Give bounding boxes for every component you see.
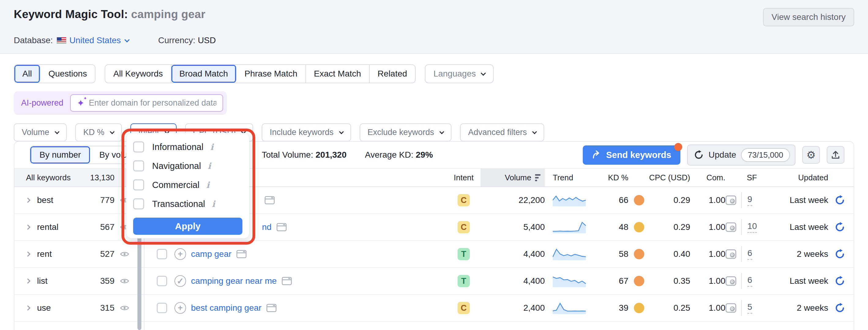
col-sf[interactable]: SF — [725, 169, 768, 186]
trend-sparkline — [545, 247, 588, 261]
serp-preview-icon[interactable] — [725, 276, 736, 286]
intent-option-informational[interactable]: Informational i — [133, 138, 242, 156]
total-volume-value: 201,320 — [315, 150, 346, 159]
export-button[interactable] — [827, 146, 844, 164]
tab-all[interactable]: All — [14, 65, 40, 83]
serp-preview-icon[interactable] — [725, 195, 736, 205]
sf-value[interactable]: 10 — [747, 221, 757, 233]
tab-related[interactable]: Related — [370, 65, 415, 83]
filter-volume[interactable]: Volume — [14, 123, 67, 142]
total-volume-label: Total Volume: — [262, 150, 313, 159]
domain-input[interactable] — [89, 98, 216, 108]
sf-value[interactable]: 9 — [747, 194, 752, 206]
keyword-link[interactable]: camping gear near me — [191, 276, 277, 286]
info-icon[interactable]: i — [210, 142, 214, 152]
intent-option-navigational[interactable]: Navigational i — [133, 156, 242, 175]
volume-value: 22,200 — [480, 195, 545, 205]
intent-option-transactional[interactable]: Transactional i — [133, 194, 242, 213]
serp-features-icon[interactable] — [236, 250, 247, 258]
database-label: Database: — [14, 35, 53, 45]
intent-option-commercial[interactable]: Commercial i — [133, 175, 242, 194]
info-icon[interactable]: i — [206, 180, 210, 190]
database-selector[interactable]: United States — [69, 35, 129, 45]
filter-include-keywords[interactable]: Include keywords — [262, 123, 351, 142]
serp-features-icon[interactable] — [266, 304, 277, 312]
group-row-best[interactable]: best779 — [14, 187, 144, 214]
add-keyword-icon[interactable]: + — [175, 248, 186, 260]
com-value: 1.00 — [690, 276, 725, 286]
group-row-use[interactable]: use315 — [14, 295, 144, 322]
intent-badge: T — [458, 248, 470, 260]
filter-exclude-keywords[interactable]: Exclude keywords — [360, 123, 452, 142]
tab-phrase-match[interactable]: Phrase Match — [237, 65, 306, 83]
refresh-metrics-button[interactable] — [828, 195, 845, 205]
sf-value[interactable]: 6 — [747, 248, 752, 260]
col-intent[interactable]: Intent — [447, 169, 480, 186]
row-checkbox[interactable] — [157, 303, 167, 313]
match-tabs-row: All Questions All Keywords Broad Match P… — [0, 54, 868, 83]
eye-icon[interactable] — [120, 305, 129, 311]
intent-checkbox[interactable] — [133, 198, 144, 209]
add-keyword-icon[interactable]: + — [175, 302, 186, 314]
eye-icon[interactable] — [120, 251, 129, 258]
com-value: 1.00 — [690, 222, 725, 232]
group-row-rent[interactable]: rent527 — [14, 241, 144, 268]
keyword-link[interactable]: best camping gear — [191, 303, 261, 313]
filter-advanced[interactable]: Advanced filters — [460, 123, 544, 142]
intent-checkbox[interactable] — [133, 179, 144, 190]
languages-dropdown[interactable]: Languages — [425, 64, 494, 83]
serp-features-icon[interactable] — [282, 277, 292, 285]
kd-dot — [634, 222, 644, 232]
toggle-by-number[interactable]: By number — [30, 146, 90, 163]
kd-value: 48 — [619, 222, 628, 232]
added-keyword-icon[interactable]: ✓ — [175, 275, 186, 287]
eye-icon[interactable] — [120, 278, 129, 284]
serp-features-icon[interactable] — [276, 223, 287, 232]
col-updated[interactable]: Updated — [768, 169, 828, 186]
row-checkbox[interactable] — [157, 276, 167, 286]
send-keywords-button[interactable]: Send keywords — [583, 145, 680, 165]
tab-questions[interactable]: Questions — [40, 65, 95, 83]
group-row-list[interactable]: list359 — [14, 268, 144, 295]
apply-button[interactable]: Apply — [133, 218, 242, 235]
kd-value: 66 — [619, 195, 628, 205]
col-trend[interactable]: Trend — [545, 169, 588, 186]
serp-features-icon[interactable] — [265, 196, 275, 205]
col-volume[interactable]: Volume — [480, 169, 545, 186]
divider — [741, 192, 742, 208]
intent-checkbox[interactable] — [133, 142, 144, 152]
info-icon[interactable]: i — [208, 161, 211, 171]
tab-all-keywords[interactable]: All Keywords — [105, 65, 172, 83]
currency-value: USD — [198, 35, 216, 45]
page-header: Keyword Magic Tool:camping gear View sea… — [0, 0, 868, 54]
col-cpc[interactable]: CPC (USD) — [644, 169, 690, 186]
serp-preview-icon[interactable] — [725, 222, 736, 232]
col-kd[interactable]: KD % — [588, 169, 644, 186]
keyword-link[interactable]: camp gear — [191, 249, 231, 259]
keyword-link[interactable]: nd — [262, 222, 272, 232]
refresh-metrics-button[interactable] — [828, 249, 845, 259]
row-checkbox[interactable] — [157, 249, 167, 259]
filter-kd[interactable]: KD % — [75, 123, 122, 142]
col-com[interactable]: Com. — [690, 169, 725, 186]
intent-checkbox[interactable] — [133, 160, 144, 172]
serp-preview-icon[interactable] — [725, 303, 736, 313]
update-button[interactable]: Update 73/15,000 — [687, 145, 796, 166]
divider — [741, 246, 742, 262]
chevron-down-icon — [55, 129, 60, 134]
tab-broad-match[interactable]: Broad Match — [172, 65, 237, 83]
chevron-down-icon — [124, 37, 129, 42]
serp-preview-icon[interactable] — [725, 249, 736, 259]
view-search-history-button[interactable]: View search history — [763, 8, 854, 26]
sf-value[interactable]: 6 — [747, 275, 752, 287]
settings-button[interactable]: ⚙ — [802, 146, 820, 164]
info-icon[interactable]: i — [212, 199, 215, 209]
volume-value: 4,400 — [480, 276, 545, 286]
refresh-metrics-button[interactable] — [828, 303, 845, 313]
updated-value: 2 weeks — [768, 303, 828, 313]
tab-exact-match[interactable]: Exact Match — [306, 65, 370, 83]
sf-value[interactable]: 5 — [747, 302, 752, 314]
refresh-metrics-button[interactable] — [828, 276, 845, 286]
refresh-metrics-button[interactable] — [828, 222, 845, 232]
group-row-rental[interactable]: rental567 — [14, 214, 144, 241]
